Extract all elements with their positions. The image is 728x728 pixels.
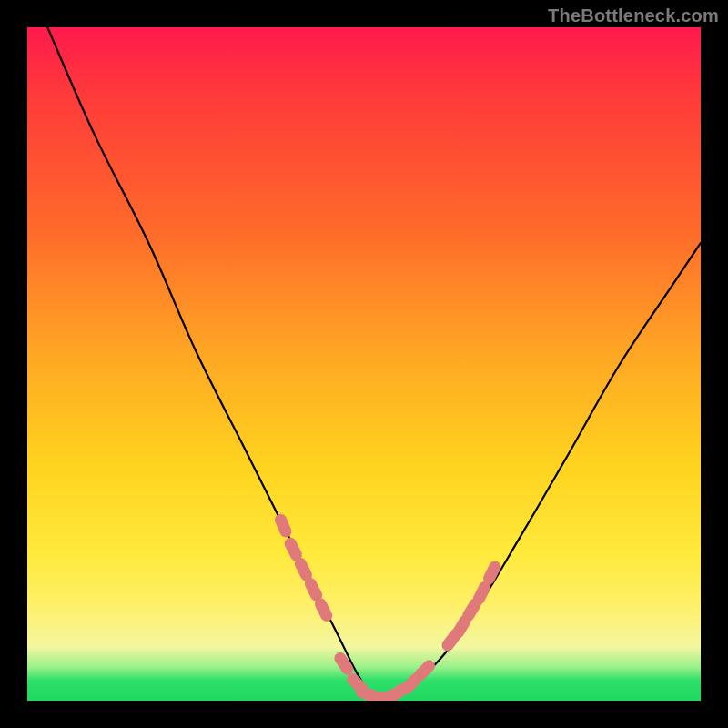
- watermark-text: TheBottleneck.com: [548, 5, 719, 26]
- curve-marker: [320, 604, 326, 616]
- plot-area: [27, 27, 701, 701]
- curve-marker: [489, 567, 494, 579]
- curve-marker: [300, 563, 306, 575]
- curve-marker: [407, 680, 416, 689]
- chart-frame: TheBottleneck.com: [0, 0, 728, 728]
- curve-marker: [340, 658, 348, 669]
- curve-marker: [420, 666, 430, 675]
- curve-marker: [448, 635, 455, 645]
- curve-marker: [469, 604, 475, 615]
- curve-marker: [479, 587, 484, 599]
- bottleneck-curve: [47, 27, 701, 701]
- curve-marker: [459, 622, 465, 632]
- curve-marker: [290, 543, 296, 555]
- curve-marker: [280, 520, 286, 531]
- chart-overlay: [27, 27, 701, 701]
- marker-group: [280, 520, 494, 700]
- curve-marker: [310, 584, 316, 596]
